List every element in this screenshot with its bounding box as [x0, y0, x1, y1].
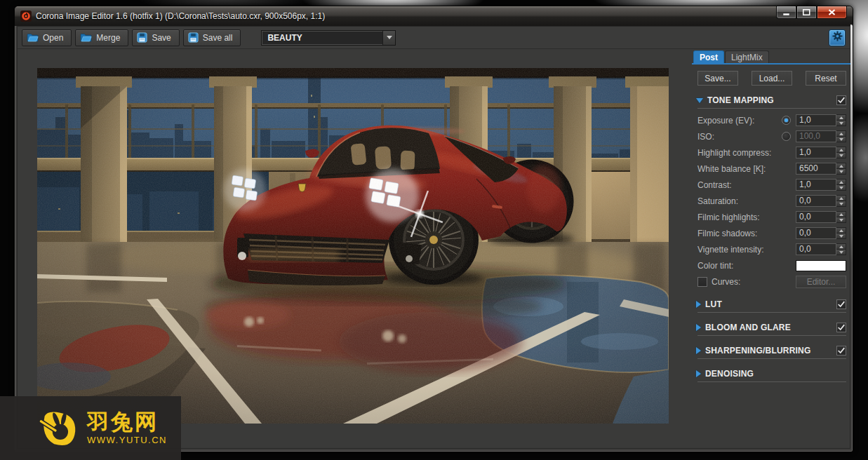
spinner-up[interactable]: [836, 163, 846, 168]
preset-save-button[interactable]: Save...: [697, 71, 738, 86]
value-input[interactable]: 0,0: [796, 195, 836, 207]
spinner-down[interactable]: [836, 120, 846, 126]
save-all-button-label: Save all: [203, 33, 233, 43]
merge-button[interactable]: Merge: [75, 29, 128, 46]
tone-mapping-row: ISO:100,0: [692, 128, 850, 144]
value-input[interactable]: 1,0: [796, 114, 836, 126]
collapse-triangle-icon[interactable]: [696, 324, 701, 331]
collapse-triangle-icon[interactable]: [696, 98, 703, 103]
spinner-down[interactable]: [836, 201, 846, 206]
field-controls: 0,0: [796, 211, 846, 223]
color-tint-swatch[interactable]: [796, 260, 846, 271]
field-controls: 100,0: [782, 130, 846, 142]
minimize-button[interactable]: [776, 6, 796, 19]
radio-button[interactable]: [782, 116, 791, 125]
value-input[interactable]: 6500: [796, 163, 836, 175]
spinner[interactable]: [836, 163, 846, 175]
open-button[interactable]: Open: [22, 29, 72, 46]
chevron-down-icon[interactable]: [382, 31, 395, 45]
spinner[interactable]: [836, 195, 846, 207]
spinner[interactable]: [836, 227, 846, 239]
field-controls: 1,0: [782, 114, 846, 126]
tab-post[interactable]: Post: [693, 50, 724, 63]
value-input[interactable]: 0,0: [796, 227, 836, 239]
save-all-button[interactable]: Save all: [183, 29, 241, 46]
section-header-tone-mapping[interactable]: TONE MAPPING: [696, 95, 846, 106]
channel-dropdown[interactable]: BEAUTY: [261, 30, 396, 46]
spinner-down[interactable]: [836, 152, 846, 158]
spinner-down[interactable]: [836, 168, 846, 174]
spinner-up[interactable]: [836, 212, 846, 217]
save-button-label: Save: [152, 33, 171, 43]
tone-mapping-enabled-checkbox[interactable]: [836, 95, 846, 105]
spinner-up[interactable]: [836, 228, 846, 233]
spinner-up[interactable]: [836, 147, 846, 152]
render-image: [37, 68, 669, 424]
field-label: Color tint:: [697, 261, 733, 271]
field-label: White balance [K]:: [697, 164, 766, 174]
preset-load-button[interactable]: Load...: [752, 71, 792, 86]
section-divider: [697, 312, 846, 313]
preset-reset-button[interactable]: Reset: [806, 71, 846, 86]
value-input[interactable]: 0,0: [796, 211, 836, 223]
spinner-down[interactable]: [836, 233, 846, 238]
spinner[interactable]: [836, 114, 846, 126]
section-header-sharpening-blurring[interactable]: SHARPENING/BLURRING: [696, 345, 846, 356]
spinner[interactable]: [836, 147, 846, 158]
spinner-up[interactable]: [836, 244, 846, 249]
spinner-up[interactable]: [836, 131, 846, 136]
value-input[interactable]: 1,0: [796, 179, 836, 191]
curves-checkbox[interactable]: [697, 277, 707, 287]
spinner[interactable]: [836, 130, 846, 142]
section-header-bloom-and-glare[interactable]: BLOOM AND GLARE: [696, 322, 846, 333]
render-viewport[interactable]: [37, 68, 669, 424]
save-all-floppy-icon: [188, 32, 199, 43]
section-header-lut[interactable]: LUT: [696, 299, 846, 310]
section-divider: [697, 358, 846, 359]
tone-mapping-row: Vignette intensity:0,0: [692, 241, 850, 257]
spinner-down[interactable]: [836, 217, 846, 222]
collapse-triangle-icon[interactable]: [696, 347, 701, 354]
title-bar[interactable]: Corona Image Editor 1.6 (hotfix 1) (D:\C…: [15, 6, 853, 26]
close-button[interactable]: [817, 6, 847, 19]
value-input[interactable]: 0,0: [796, 243, 836, 255]
section-divider: [697, 335, 846, 336]
main-toolbar: Open Merge Save Save all BEAUTY: [18, 27, 850, 49]
tone-mapping-row: Filmic highlights:0,0: [692, 209, 850, 225]
section-title: BLOOM AND GLARE: [705, 323, 791, 332]
section-enabled-checkbox[interactable]: [836, 299, 846, 309]
field-label: Saturation:: [697, 196, 738, 206]
caption-buttons: [776, 6, 847, 19]
spinner-down[interactable]: [836, 184, 846, 190]
collapse-triangle-icon[interactable]: [696, 301, 701, 308]
tab-lightmix[interactable]: LightMix: [725, 50, 769, 63]
value-input[interactable]: 1,0: [796, 147, 836, 158]
spinner-up[interactable]: [836, 180, 846, 184]
field-label: Contrast:: [697, 180, 732, 190]
section-header-denoising[interactable]: DENOISING: [696, 368, 846, 379]
radio-button[interactable]: [782, 132, 791, 141]
field-controls: 0,0: [796, 243, 846, 255]
save-button[interactable]: Save: [132, 29, 179, 46]
spinner[interactable]: [836, 243, 846, 255]
value-input[interactable]: 100,0: [796, 130, 836, 142]
spinner-down[interactable]: [836, 249, 846, 255]
settings-gear-button[interactable]: [829, 29, 846, 46]
spinner-down[interactable]: [836, 136, 846, 142]
panel-actions: Save... Load... Reset: [697, 71, 846, 86]
section-title: TONE MAPPING: [707, 95, 774, 105]
spinner-up[interactable]: [836, 196, 846, 201]
open-folder-icon: [27, 32, 39, 43]
collapse-triangle-icon[interactable]: [696, 370, 701, 377]
field-controls: 0,0: [796, 227, 846, 239]
merge-folder-icon: [80, 32, 92, 43]
section-enabled-checkbox[interactable]: [836, 323, 846, 332]
spinner-up[interactable]: [836, 115, 846, 120]
curves-row: Curves: Editor...: [692, 273, 850, 290]
curves-editor-button[interactable]: Editor...: [796, 276, 846, 288]
field-label: Exposure (EV):: [697, 116, 754, 126]
spinner[interactable]: [836, 211, 846, 223]
spinner[interactable]: [836, 179, 846, 191]
maximize-button[interactable]: [796, 6, 817, 19]
section-enabled-checkbox[interactable]: [836, 346, 846, 356]
